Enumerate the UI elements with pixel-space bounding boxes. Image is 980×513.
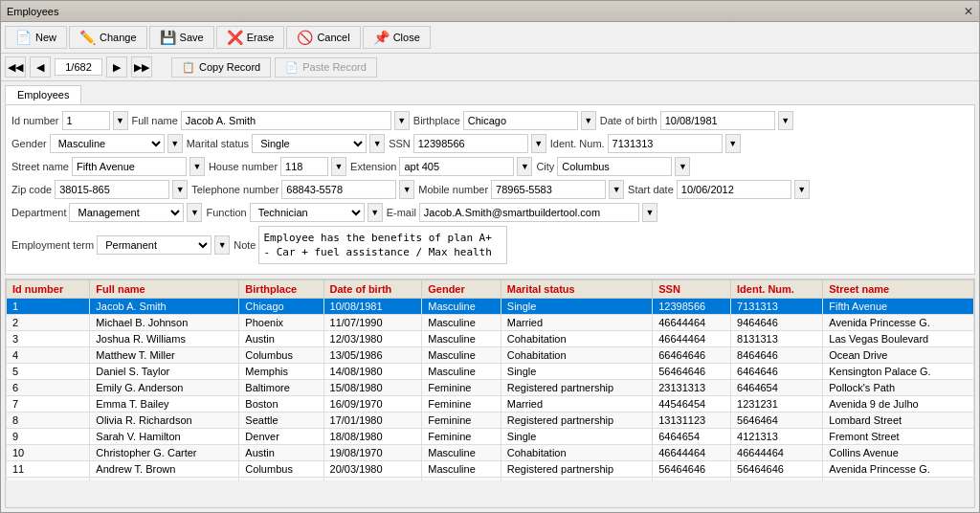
column-header-birthplace[interactable]: Birthplace xyxy=(239,280,323,299)
ident-input[interactable] xyxy=(608,134,723,153)
id-number-input[interactable] xyxy=(62,111,110,130)
table-scroll-area[interactable]: Id numberFull nameBirthplaceDate of birt… xyxy=(6,279,974,480)
nav-last-button[interactable]: ▶▶ xyxy=(131,56,152,78)
paste-record-button[interactable]: 📄 Paste Record xyxy=(275,57,377,78)
cell-gender: Masculine xyxy=(422,331,501,347)
ident-filter[interactable]: ▼ xyxy=(725,134,741,153)
mobile-filter[interactable]: ▼ xyxy=(609,180,624,199)
cell-id-number: 8 xyxy=(7,413,90,429)
house-filter[interactable]: ▼ xyxy=(331,157,346,176)
note-input[interactable]: Employee has the benefits of plan A+ - C… xyxy=(258,226,507,264)
start-date-filter[interactable]: ▼ xyxy=(794,180,810,199)
column-header-date-of-birth[interactable]: Date of birth xyxy=(323,280,422,299)
column-header-full-name[interactable]: Full name xyxy=(90,280,239,299)
street-filter[interactable]: ▼ xyxy=(189,157,205,176)
department-select[interactable]: Management xyxy=(69,203,184,222)
cell-birthplace: Memphis xyxy=(239,364,323,380)
cell-ssn: 66464646 xyxy=(653,347,731,364)
city-filter[interactable]: ▼ xyxy=(675,157,690,176)
email-label: E-mail xyxy=(387,207,416,218)
dob-filter[interactable]: ▼ xyxy=(778,111,793,130)
column-header-gender[interactable]: Gender xyxy=(422,280,501,299)
telephone-filter[interactable]: ▼ xyxy=(399,180,414,199)
gender-label: Gender xyxy=(11,138,47,149)
dob-input[interactable] xyxy=(660,111,775,130)
cancel-button[interactable]: 🚫Cancel xyxy=(286,26,360,49)
form-row-6: Employment term Permanent ▼ Note Employe… xyxy=(11,226,969,264)
cell-full-name: Ethan W. Wilson xyxy=(90,478,239,481)
employees-tab[interactable]: Employees xyxy=(5,85,81,104)
cell-gender: Feminine xyxy=(422,413,501,429)
table-row[interactable]: 4Matthew T. MillerColumbus13/05/1986Masc… xyxy=(7,347,974,364)
table-row[interactable]: 3Joshua R. WilliamsAustin12/03/1980Mascu… xyxy=(7,331,974,347)
cell-gender: Feminine xyxy=(422,396,501,413)
id-number-label: Id number xyxy=(11,115,59,126)
start-date-input[interactable] xyxy=(677,180,791,199)
window-close-button[interactable]: ✕ xyxy=(964,5,973,18)
function-filter[interactable]: ▼ xyxy=(368,203,383,222)
table-row[interactable]: 9Sarah V. HamiltonDenver18/08/1980Femini… xyxy=(7,429,974,445)
table-row[interactable]: 8Olivia R. RichardsonSeattle17/01/1980Fe… xyxy=(7,413,974,429)
mobile-group: Mobile number ▼ xyxy=(418,180,624,199)
gender-select[interactable]: Masculine Feminine xyxy=(50,134,165,153)
table-header: Id numberFull nameBirthplaceDate of birt… xyxy=(7,280,974,299)
marital-select[interactable]: Single Married Cohabitation Registered p… xyxy=(252,134,367,153)
zip-input[interactable] xyxy=(55,180,169,199)
id-number-filter[interactable]: ▼ xyxy=(113,111,128,130)
nav-prev-button[interactable]: ◀ xyxy=(30,56,51,78)
street-input[interactable] xyxy=(72,157,187,176)
table-row[interactable]: 12Ethan W. WilsonMemphis21/08/1990Mascul… xyxy=(7,478,974,481)
cell-marital-status: Registered partnership xyxy=(501,461,652,478)
extension-filter[interactable]: ▼ xyxy=(517,157,532,176)
mobile-input[interactable] xyxy=(491,180,606,199)
new-button[interactable]: 📄New xyxy=(5,26,67,49)
column-header-marital-status[interactable]: Marital status xyxy=(501,280,652,299)
change-button[interactable]: ✏️Change xyxy=(69,26,147,49)
close-button[interactable]: 📌Close xyxy=(363,26,431,49)
column-header-ident.-num.[interactable]: Ident. Num. xyxy=(731,280,823,299)
ssn-input[interactable] xyxy=(413,134,528,153)
extension-input[interactable] xyxy=(399,157,514,176)
house-input[interactable] xyxy=(280,157,328,176)
table-row[interactable]: 7Emma T. BaileyBoston16/09/1970FeminineM… xyxy=(7,396,974,413)
function-select[interactable]: Technician xyxy=(250,203,365,222)
birthplace-input[interactable] xyxy=(463,111,578,130)
cell-street-name: Ocean Drive xyxy=(823,347,974,364)
employment-select[interactable]: Permanent xyxy=(97,235,212,255)
column-header-id-number[interactable]: Id number xyxy=(7,280,90,299)
table-row[interactable]: 1Jacob A. SmithChicago10/08/1981Masculin… xyxy=(7,299,974,315)
cell-full-name: Jacob A. Smith xyxy=(90,299,239,315)
cell-gender: Masculine xyxy=(422,364,501,380)
nav-next-button[interactable]: ▶ xyxy=(106,56,127,78)
cell-id-number: 4 xyxy=(7,347,90,364)
save-button[interactable]: 💾Save xyxy=(149,26,214,49)
table-row[interactable]: 11Andrew T. BrownColumbus20/03/1980Mascu… xyxy=(7,461,974,478)
birthplace-group: Birthplace ▼ xyxy=(413,111,596,130)
erase-button[interactable]: ❌Erase xyxy=(216,26,285,49)
cell-birthplace: Austin xyxy=(239,445,323,461)
full-name-input[interactable] xyxy=(181,111,391,130)
full-name-filter[interactable]: ▼ xyxy=(394,111,410,130)
gender-filter[interactable]: ▼ xyxy=(167,134,183,153)
column-header-street-name[interactable]: Street name xyxy=(823,280,974,299)
marital-filter[interactable]: ▼ xyxy=(369,134,385,153)
column-header-ssn[interactable]: SSN xyxy=(653,280,731,299)
department-filter[interactable]: ▼ xyxy=(187,203,202,222)
email-filter[interactable]: ▼ xyxy=(642,203,657,222)
employment-filter[interactable]: ▼ xyxy=(214,235,230,255)
copy-record-button[interactable]: 📋 Copy Record xyxy=(171,57,271,78)
extension-label: Extension xyxy=(350,161,396,172)
nav-first-button[interactable]: ◀◀ xyxy=(5,56,26,78)
table-row[interactable]: 5Daniel S. TaylorMemphis14/08/1980Mascul… xyxy=(7,364,974,380)
telephone-input[interactable] xyxy=(281,180,396,199)
cell-ssn: 6464654 xyxy=(653,429,731,445)
email-input[interactable] xyxy=(419,203,639,222)
note-label: Note xyxy=(234,239,256,251)
ssn-filter[interactable]: ▼ xyxy=(531,134,546,153)
zip-filter[interactable]: ▼ xyxy=(172,180,188,199)
table-row[interactable]: 2Michael B. JohnsonPhoenix11/07/1990Masc… xyxy=(7,315,974,331)
table-row[interactable]: 10Christopher G. CarterAustin19/08/1970M… xyxy=(7,445,974,461)
birthplace-filter[interactable]: ▼ xyxy=(581,111,596,130)
table-row[interactable]: 6Emily G. AndersonBaltimore15/08/1980Fem… xyxy=(7,380,974,396)
city-input[interactable] xyxy=(557,157,672,176)
